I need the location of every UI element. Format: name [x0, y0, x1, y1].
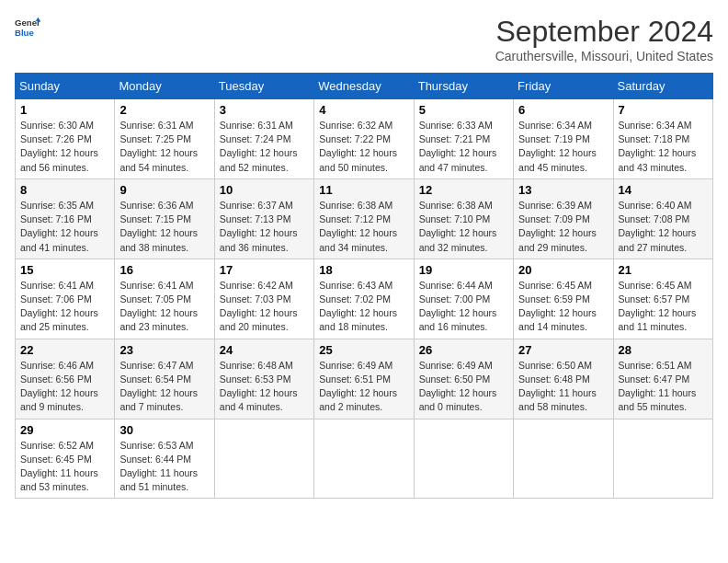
calendar-cell: 29 Sunrise: 6:52 AMSunset: 6:45 PMDaylig…	[16, 419, 115, 499]
calendar-week-row: 22 Sunrise: 6:46 AMSunset: 6:56 PMDaylig…	[16, 339, 713, 419]
calendar-cell: 11 Sunrise: 6:38 AMSunset: 7:12 PMDaylig…	[314, 178, 414, 259]
day-number: 30	[119, 423, 209, 437]
calendar-cell: 13 Sunrise: 6:39 AMSunset: 7:09 PMDaylig…	[514, 178, 613, 259]
location-subtitle: Caruthersville, Missouri, United States	[495, 49, 713, 63]
calendar-cell: 19 Sunrise: 6:44 AMSunset: 7:00 PMDaylig…	[414, 259, 513, 339]
day-number: 9	[119, 183, 209, 197]
day-number: 12	[419, 183, 508, 197]
day-detail: Sunrise: 6:42 AMSunset: 7:03 PMDaylight:…	[220, 280, 298, 333]
header-tuesday: Tuesday	[214, 74, 313, 99]
calendar-cell: 1 Sunrise: 6:30 AMSunset: 7:26 PMDayligh…	[16, 99, 115, 179]
day-detail: Sunrise: 6:34 AMSunset: 7:18 PMDaylight:…	[619, 120, 697, 173]
calendar-cell: 9 Sunrise: 6:36 AMSunset: 7:15 PMDayligh…	[115, 178, 214, 259]
header-wednesday: Wednesday	[314, 74, 414, 99]
day-detail: Sunrise: 6:38 AMSunset: 7:12 PMDaylight:…	[319, 200, 397, 253]
calendar-cell: 10 Sunrise: 6:37 AMSunset: 7:13 PMDaylig…	[214, 178, 313, 259]
weekday-header-row: Sunday Monday Tuesday Wednesday Thursday…	[16, 74, 713, 99]
calendar-cell	[414, 419, 513, 499]
day-detail: Sunrise: 6:38 AMSunset: 7:10 PMDaylight:…	[419, 200, 497, 253]
calendar: Sunday Monday Tuesday Wednesday Thursday…	[15, 73, 713, 499]
day-number: 3	[220, 103, 309, 117]
calendar-cell: 21 Sunrise: 6:45 AMSunset: 6:57 PMDaylig…	[613, 259, 712, 339]
day-number: 5	[419, 103, 508, 117]
calendar-cell: 26 Sunrise: 6:49 AMSunset: 6:50 PMDaylig…	[414, 339, 513, 419]
header-saturday: Saturday	[613, 74, 712, 99]
calendar-cell: 8 Sunrise: 6:35 AMSunset: 7:16 PMDayligh…	[16, 178, 115, 259]
logo: General Blue	[15, 15, 40, 40]
day-detail: Sunrise: 6:46 AMSunset: 6:56 PMDaylight:…	[20, 360, 98, 413]
day-number: 17	[220, 263, 309, 277]
day-detail: Sunrise: 6:53 AMSunset: 6:44 PMDaylight:…	[119, 440, 198, 493]
day-detail: Sunrise: 6:45 AMSunset: 6:57 PMDaylight:…	[619, 280, 697, 333]
calendar-cell: 3 Sunrise: 6:31 AMSunset: 7:24 PMDayligh…	[214, 99, 313, 179]
day-detail: Sunrise: 6:33 AMSunset: 7:21 PMDaylight:…	[419, 120, 497, 173]
svg-text:General: General	[15, 17, 40, 28]
calendar-cell: 18 Sunrise: 6:43 AMSunset: 7:02 PMDaylig…	[314, 259, 414, 339]
calendar-cell	[514, 419, 613, 499]
month-title: September 2024	[495, 15, 713, 49]
day-number: 1	[20, 103, 109, 117]
day-detail: Sunrise: 6:31 AMSunset: 7:24 PMDaylight:…	[220, 120, 298, 173]
day-detail: Sunrise: 6:36 AMSunset: 7:15 PMDaylight:…	[119, 200, 198, 253]
day-detail: Sunrise: 6:40 AMSunset: 7:08 PMDaylight:…	[619, 200, 697, 253]
calendar-cell: 22 Sunrise: 6:46 AMSunset: 6:56 PMDaylig…	[16, 339, 115, 419]
logo-icon: General Blue	[15, 15, 40, 40]
day-number: 24	[220, 343, 309, 357]
calendar-cell: 20 Sunrise: 6:45 AMSunset: 6:59 PMDaylig…	[514, 259, 613, 339]
calendar-cell: 15 Sunrise: 6:41 AMSunset: 7:06 PMDaylig…	[16, 259, 115, 339]
calendar-cell	[214, 419, 313, 499]
calendar-cell: 30 Sunrise: 6:53 AMSunset: 6:44 PMDaylig…	[115, 419, 214, 499]
calendar-cell	[314, 419, 414, 499]
svg-text:Blue: Blue	[15, 28, 34, 38]
calendar-cell: 12 Sunrise: 6:38 AMSunset: 7:10 PMDaylig…	[414, 178, 513, 259]
calendar-cell: 7 Sunrise: 6:34 AMSunset: 7:18 PMDayligh…	[613, 99, 712, 179]
calendar-cell: 17 Sunrise: 6:42 AMSunset: 7:03 PMDaylig…	[214, 259, 313, 339]
header: General Blue September 2024 Caruthersvil…	[15, 15, 713, 63]
calendar-cell: 5 Sunrise: 6:33 AMSunset: 7:21 PMDayligh…	[414, 99, 513, 179]
day-detail: Sunrise: 6:32 AMSunset: 7:22 PMDaylight:…	[319, 120, 397, 173]
day-number: 22	[20, 343, 109, 357]
calendar-cell: 24 Sunrise: 6:48 AMSunset: 6:53 PMDaylig…	[214, 339, 313, 419]
calendar-cell: 25 Sunrise: 6:49 AMSunset: 6:51 PMDaylig…	[314, 339, 414, 419]
day-number: 20	[518, 263, 608, 277]
day-detail: Sunrise: 6:43 AMSunset: 7:02 PMDaylight:…	[319, 280, 397, 333]
day-detail: Sunrise: 6:51 AMSunset: 6:47 PMDaylight:…	[619, 360, 697, 413]
day-detail: Sunrise: 6:39 AMSunset: 7:09 PMDaylight:…	[518, 200, 597, 253]
calendar-cell: 27 Sunrise: 6:50 AMSunset: 6:48 PMDaylig…	[514, 339, 613, 419]
day-number: 13	[518, 183, 608, 197]
header-sunday: Sunday	[16, 74, 115, 99]
day-number: 16	[119, 263, 209, 277]
day-detail: Sunrise: 6:41 AMSunset: 7:05 PMDaylight:…	[119, 280, 198, 333]
day-number: 29	[20, 423, 109, 437]
day-detail: Sunrise: 6:31 AMSunset: 7:25 PMDaylight:…	[119, 120, 198, 173]
day-number: 28	[619, 343, 708, 357]
day-detail: Sunrise: 6:37 AMSunset: 7:13 PMDaylight:…	[220, 200, 298, 253]
calendar-week-row: 15 Sunrise: 6:41 AMSunset: 7:06 PMDaylig…	[16, 259, 713, 339]
day-detail: Sunrise: 6:47 AMSunset: 6:54 PMDaylight:…	[119, 360, 198, 413]
day-detail: Sunrise: 6:45 AMSunset: 6:59 PMDaylight:…	[518, 280, 597, 333]
day-detail: Sunrise: 6:49 AMSunset: 6:51 PMDaylight:…	[319, 360, 397, 413]
calendar-week-row: 1 Sunrise: 6:30 AMSunset: 7:26 PMDayligh…	[16, 99, 713, 179]
day-number: 15	[20, 263, 109, 277]
day-number: 25	[319, 343, 408, 357]
day-number: 18	[319, 263, 408, 277]
day-number: 2	[119, 103, 209, 117]
calendar-cell: 2 Sunrise: 6:31 AMSunset: 7:25 PMDayligh…	[115, 99, 214, 179]
day-number: 14	[619, 183, 708, 197]
calendar-cell: 6 Sunrise: 6:34 AMSunset: 7:19 PMDayligh…	[514, 99, 613, 179]
calendar-cell: 28 Sunrise: 6:51 AMSunset: 6:47 PMDaylig…	[613, 339, 712, 419]
day-detail: Sunrise: 6:30 AMSunset: 7:26 PMDaylight:…	[20, 120, 98, 173]
day-detail: Sunrise: 6:35 AMSunset: 7:16 PMDaylight:…	[20, 200, 98, 253]
day-number: 19	[419, 263, 508, 277]
calendar-week-row: 29 Sunrise: 6:52 AMSunset: 6:45 PMDaylig…	[16, 419, 713, 499]
calendar-week-row: 8 Sunrise: 6:35 AMSunset: 7:16 PMDayligh…	[16, 178, 713, 259]
header-thursday: Thursday	[414, 74, 513, 99]
calendar-cell: 23 Sunrise: 6:47 AMSunset: 6:54 PMDaylig…	[115, 339, 214, 419]
day-number: 27	[518, 343, 608, 357]
day-detail: Sunrise: 6:44 AMSunset: 7:00 PMDaylight:…	[419, 280, 497, 333]
title-area: September 2024 Caruthersville, Missouri,…	[495, 15, 713, 63]
header-monday: Monday	[115, 74, 214, 99]
day-number: 8	[20, 183, 109, 197]
calendar-cell	[613, 419, 712, 499]
day-number: 6	[518, 103, 608, 117]
